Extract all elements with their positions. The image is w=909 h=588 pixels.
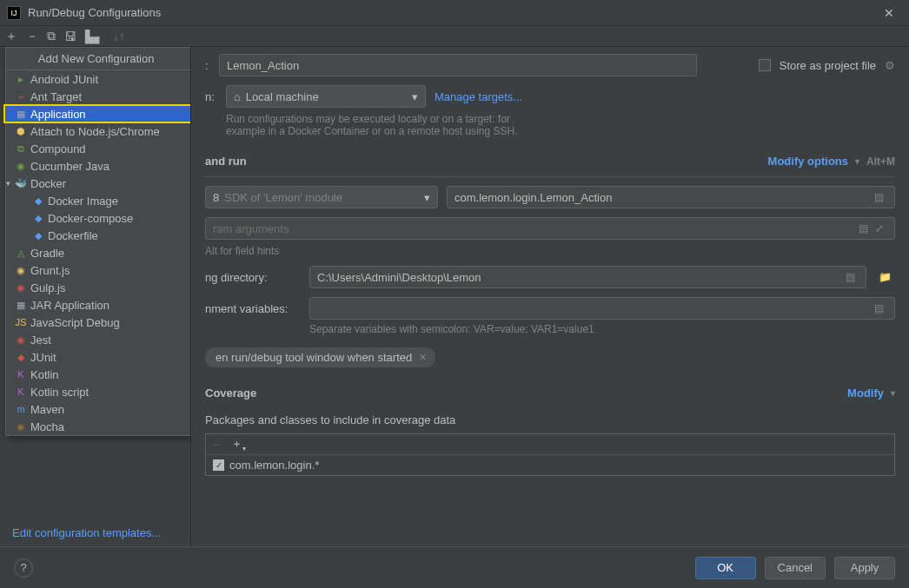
browse-folder-icon[interactable]: 📁 (875, 271, 895, 283)
run-on-select[interactable]: ⌂ Local machine ▾ (226, 85, 426, 108)
config-label: JUnit (30, 351, 56, 364)
config-type-item[interactable]: KKotlin (6, 366, 190, 383)
help-button[interactable]: ? (14, 558, 33, 578)
history-icon[interactable]: ▤ (842, 271, 859, 283)
config-type-item[interactable]: ◉Gulp.js (6, 279, 190, 296)
content-panel: : Lemon_Action Store as project file ⚙ n… (191, 47, 909, 546)
open-tool-window-pill[interactable]: en run/debug tool window when started ✕ (205, 347, 435, 367)
remove-icon[interactable]: － (26, 29, 38, 44)
config-type-item[interactable]: ◆Dockerfile (6, 227, 190, 244)
cancel-button[interactable]: Cancel (765, 557, 826, 579)
ok-button[interactable]: OK (695, 557, 756, 579)
env-label: nment variables: (205, 302, 301, 315)
manage-targets-link[interactable]: Manage targets... (435, 90, 522, 103)
env-hint-row: Separate variables with semicolon: VAR=v… (205, 323, 895, 335)
config-type-item[interactable]: ▾🐳Docker (6, 175, 190, 192)
config-icon: ◆ (32, 230, 44, 241)
jdk-value: SDK of 'Lemon' module (224, 191, 342, 204)
toolbar: ＋ － ⧉ 🖫 ▙▖ ↓↑ (0, 26, 909, 47)
working-dir-input[interactable]: C:\Users\Admini\Desktop\Lemon ▤ (309, 266, 866, 288)
config-icon: ⌁ (15, 91, 27, 102)
config-type-item[interactable]: JSJavaScript Debug (6, 314, 190, 331)
folder-icon[interactable]: ▙▖ (85, 30, 104, 43)
remove-icon[interactable]: － (211, 437, 222, 453)
close-icon[interactable]: ✕ (876, 6, 902, 20)
config-label: Grunt.js (30, 264, 70, 277)
sidebar-inner: Add New Configuration ⇅ ▸Android JUnit⌁A… (0, 47, 190, 546)
config-type-item[interactable]: ⌁Ant Target (6, 88, 190, 105)
config-type-item[interactable]: ◆JUnit (6, 348, 190, 366)
config-type-item[interactable]: ◆Docker-compose (6, 209, 190, 227)
config-type-item[interactable]: ⬢Attach to Node.js/Chrome (6, 122, 190, 140)
edit-templates-link[interactable]: Edit configuration templates... (12, 526, 161, 539)
config-type-item[interactable]: ◉Cucumber Java (6, 157, 190, 175)
save-icon[interactable]: 🖫 (64, 30, 76, 43)
config-label: Cucumber Java (30, 160, 109, 173)
config-type-item[interactable]: ◆Docker Image (6, 192, 190, 209)
config-icon: ◆ (15, 352, 27, 363)
config-type-item[interactable]: KKotlin script (6, 383, 190, 400)
config-label: Android JUnit (30, 73, 98, 86)
config-label: Docker Image (48, 195, 118, 208)
config-type-item[interactable]: ◬Gradle (6, 244, 190, 261)
add-config-dropdown: Add New Configuration ⇅ ▸Android JUnit⌁A… (5, 47, 190, 436)
sort-icon[interactable]: ↓↑ (113, 30, 125, 43)
config-type-item[interactable]: ⧉Compound (6, 140, 190, 157)
main-class-input[interactable]: com.lemon.login.Lemon_Action ▤ (447, 186, 895, 208)
jdk-row: 8 SDK of 'Lemon' module ▾ com.lemon.logi… (205, 186, 895, 208)
config-type-item[interactable]: ◉Mocha (6, 418, 190, 435)
add-icon[interactable]: ＋ (5, 29, 17, 44)
config-icon: K (15, 386, 27, 397)
coverage-row[interactable]: ✓ com.lemon.login.* (206, 455, 894, 475)
home-icon: ⌂ (234, 90, 241, 103)
working-dir-label: ng directory: (205, 271, 301, 284)
jdk-select[interactable]: 8 SDK of 'Lemon' module ▾ (205, 186, 438, 208)
config-type-item[interactable]: ◉Grunt.js (6, 261, 190, 279)
modify-link[interactable]: Modify (847, 386, 884, 400)
config-icon: ◉ (15, 282, 27, 294)
config-icon: ◉ (15, 334, 27, 346)
expand-icon[interactable]: ⤢ (872, 222, 887, 235)
run-on-row: n: ⌂ Local machine ▾ Manage targets... (205, 85, 895, 108)
config-label: Jest (30, 334, 51, 347)
store-checkbox[interactable] (759, 59, 771, 71)
config-label: JAR Application (30, 299, 109, 312)
browse-icon[interactable]: ▤ (871, 191, 887, 203)
config-icon: ⬢ (15, 126, 27, 137)
program-args-input[interactable]: ram arguments ▤ ⤢ (205, 217, 895, 240)
chevron-down-icon: ▾ (855, 156, 859, 166)
browse-icon[interactable]: ▤ (871, 302, 887, 314)
config-icon: ◆ (32, 195, 44, 207)
config-label: Kotlin (30, 368, 59, 381)
gear-icon[interactable]: ⚙ (885, 59, 895, 72)
coverage-box: － ＋▾ ✓ com.lemon.login.* (205, 433, 895, 476)
history-icon[interactable]: ▤ (855, 222, 872, 235)
run-on-hint-row: Run configurations may be executed local… (205, 113, 895, 137)
run-on-hint: Run configurations may be executed local… (226, 113, 518, 137)
config-type-item[interactable]: ▦JAR Application (6, 296, 190, 314)
env-input[interactable]: ▤ (309, 297, 895, 320)
config-type-item[interactable]: mMaven (6, 400, 190, 418)
copy-icon[interactable]: ⧉ (47, 29, 56, 43)
dropdown-title: Add New Configuration (38, 52, 155, 65)
config-type-item[interactable]: ◉Jest (6, 331, 190, 348)
config-type-item[interactable]: ▦Application (6, 105, 190, 122)
apply-button[interactable]: Apply (834, 557, 895, 579)
checkbox-checked-icon[interactable]: ✓ (213, 459, 224, 471)
close-icon[interactable]: ✕ (419, 352, 427, 363)
config-label: Docker-compose (48, 212, 133, 225)
titlebar: IJ Run/Debug Configurations ✕ (0, 0, 909, 26)
run-on-label: n: (205, 90, 217, 103)
config-label: Kotlin script (30, 386, 89, 399)
name-input[interactable]: Lemon_Action (219, 54, 697, 76)
config-label: Application (30, 108, 86, 121)
config-icon: ◉ (15, 161, 27, 172)
dropdown-list[interactable]: ▸Android JUnit⌁Ant Target▦Application⬢At… (6, 70, 190, 435)
modify-options-link[interactable]: Modify options (768, 155, 848, 168)
config-icon: ▦ (15, 300, 27, 311)
add-icon[interactable]: ＋▾ (231, 436, 246, 453)
chevron-down-icon: ▾ (891, 388, 895, 398)
config-type-item[interactable]: ▸Android JUnit (6, 70, 190, 88)
window-title: Run/Debug Configurations (28, 6, 876, 19)
name-row: : Lemon_Action Store as project file ⚙ (205, 54, 895, 76)
